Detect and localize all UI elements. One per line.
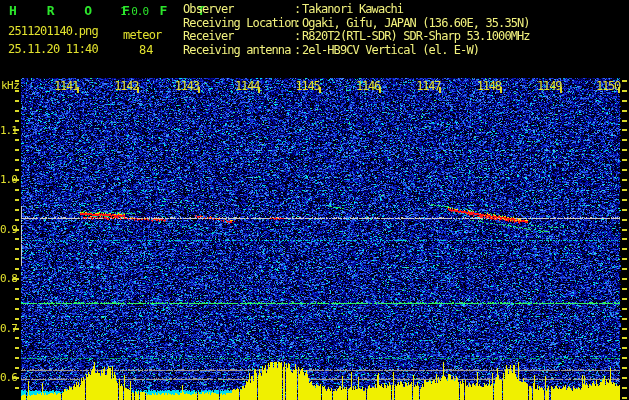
info-value: 2el-HB9CV Vertical (el. E-W) [302,44,479,58]
y-axis-unit-label: kHz [1,79,19,92]
x-axis-tick-label: 1148 [474,81,501,92]
hrofft-screen: H R O F F T 1.0.0 2511201140.png meteor … [0,0,629,400]
y-axis-tick-label: 1.0 [0,175,14,185]
x-axis-tick-label: 1147 [413,81,440,92]
mode-label: meteor [123,28,162,42]
info-colon: : [294,30,302,44]
x-axis-tick-label: 1146 [353,81,380,92]
x-axis-tick-label: 1141 [51,81,78,92]
y-axis-tick-label: 0.8 [0,274,14,284]
observer-info-block: Observer:Takanori KawachiReceiving Locat… [183,3,530,57]
echo-count: 84 [139,43,153,57]
x-axis-tick-label: 1149 [534,81,561,92]
x-axis-tick-label: 1145 [293,81,320,92]
info-row: Observer:Takanori Kawachi [183,3,530,17]
info-value: Takanori Kawachi [302,3,403,17]
y-axis-tick-label: 0.9 [0,225,14,235]
y-axis-tick-label: 0.7 [0,324,14,334]
y-axis-tick-label: 0.6 [0,373,14,383]
spectrogram-canvas [0,0,629,400]
timestamp: 25.11.20 11:40 [8,42,98,56]
info-row: Receiving antenna:2el-HB9CV Vertical (el… [183,44,530,58]
x-axis-tick-label: 1143 [172,81,199,92]
info-row: Receiving Location:Ogaki, Gifu, JAPAN (1… [183,17,530,31]
info-colon: : [294,44,302,58]
x-axis-tick-label: 1150 [593,81,620,92]
info-value: R820T2(RTL-SDR) SDR-Sharp 53.1000MHz [302,30,530,44]
info-colon: : [294,3,302,17]
x-axis-tick-label: 1142 [111,81,138,92]
info-label: Receiver [183,30,294,44]
info-row: Receiver:R820T2(RTL-SDR) SDR-Sharp 53.10… [183,30,530,44]
info-label: Observer [183,3,294,17]
y-axis-tick-label: 1.1 [0,126,14,136]
info-label: Receiving Location [183,17,294,31]
info-value: Ogaki, Gifu, JAPAN (136.60E, 35.35N) [302,17,530,31]
app-version: 1.0.0 [120,5,148,18]
info-colon: : [294,17,302,31]
output-filename: 2511201140.png [8,24,98,38]
x-axis-tick-label: 1144 [232,81,259,92]
info-label: Receiving antenna [183,44,294,58]
